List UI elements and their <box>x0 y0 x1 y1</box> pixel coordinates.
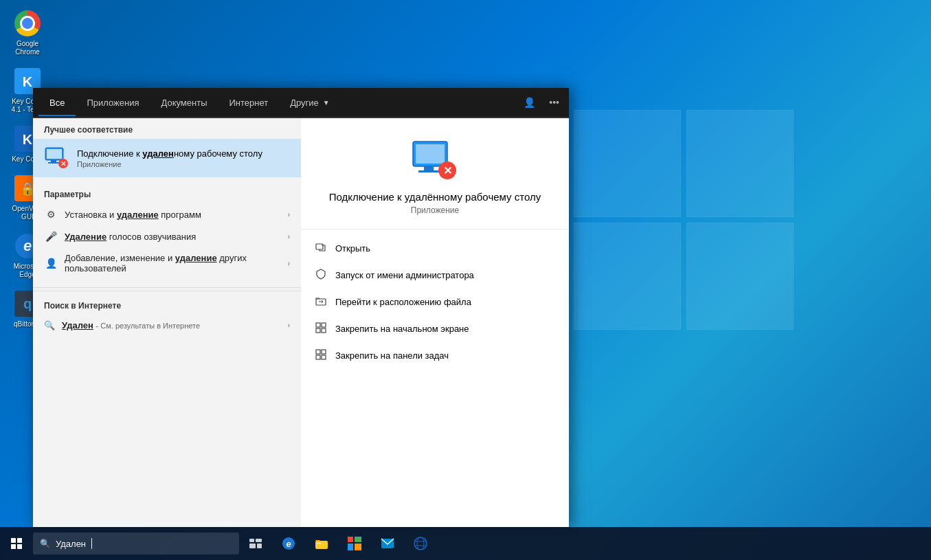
rdp-app-icon: ✕ <box>44 146 69 170</box>
app-preview-title: Подключение к удалённому рабочему столу <box>329 191 541 203</box>
svg-point-47 <box>417 537 424 550</box>
svg-rect-28 <box>322 328 326 333</box>
settings-item-voices[interactable]: 🎤 Удаление голосов озвучивания › <box>33 225 301 247</box>
settings-header: Параметры <box>33 183 301 203</box>
settings-item-users[interactable]: 👤 Добавление, изменение и удаление други… <box>33 247 301 279</box>
svg-rect-26 <box>322 323 326 327</box>
settings-users-text: Добавление, изменение и удаление других … <box>65 253 281 273</box>
taskbar-search-icon: 🔍 <box>40 539 50 548</box>
mic-icon: 🎤 <box>44 231 58 242</box>
taskbar-task-view[interactable] <box>239 527 272 560</box>
pin-taskbar-icon <box>315 349 327 362</box>
svg-rect-13 <box>48 162 59 164</box>
svg-rect-12 <box>51 160 56 162</box>
person-icon[interactable]: 👤 <box>519 94 539 111</box>
svg-rect-41 <box>348 537 353 542</box>
windows-logo-watermark <box>574 110 794 330</box>
arrow-right-icon: › <box>288 211 290 219</box>
taskbar-explorer[interactable] <box>305 527 338 560</box>
action-pin-taskbar[interactable]: Закрепить на панели задач <box>301 342 569 369</box>
svg-text:e: e <box>286 539 291 549</box>
settings-voices-text: Удаление голосов озвучивания <box>65 232 281 242</box>
svg-rect-36 <box>257 544 262 548</box>
taskbar-mail[interactable] <box>371 527 404 560</box>
app-preview-type: Приложение <box>411 205 459 215</box>
user-icon: 👤 <box>44 258 58 269</box>
tab-all[interactable]: Все <box>38 91 76 116</box>
shield-icon <box>315 269 327 282</box>
best-match-subtitle: Приложение <box>77 160 290 168</box>
search-tabs-right: 👤 ••• <box>519 94 563 111</box>
task-view-icon <box>249 539 262 548</box>
tab-apps[interactable]: Приложения <box>76 91 150 116</box>
svg-rect-27 <box>316 328 320 333</box>
more-options-icon[interactable]: ••• <box>545 94 563 111</box>
taskbar-ie-icon <box>414 537 427 550</box>
taskbar-ie[interactable] <box>404 527 437 560</box>
app-preview: ✕ Подключение к удалённому рабочему стол… <box>301 118 569 229</box>
svg-rect-40 <box>317 543 321 544</box>
taskbar: 🔍 Удален e <box>0 527 931 560</box>
svg-rect-33 <box>249 539 254 542</box>
search-tabs: Все Приложения Документы Интернет Другие… <box>33 88 569 118</box>
taskbar-edge[interactable]: e <box>272 527 305 560</box>
settings-section: Параметры ⚙ Установка и удаление програм… <box>33 177 301 284</box>
arrow-right-icon3: › <box>288 260 290 267</box>
tab-other[interactable]: Другие ▼ <box>279 91 341 116</box>
taskbar-mail-icon <box>381 538 394 549</box>
svg-text:e: e <box>23 237 32 254</box>
settings-item-install[interactable]: ⚙ Установка и удаление программ › <box>33 203 301 225</box>
svg-rect-22 <box>316 244 323 249</box>
search-icon: 🔍 <box>44 320 55 331</box>
taskbar-search-box[interactable]: 🔍 Удален <box>33 533 239 555</box>
svg-rect-11 <box>47 149 62 159</box>
pin-start-icon <box>315 322 327 335</box>
svg-rect-31 <box>316 355 320 359</box>
tab-internet[interactable]: Интернет <box>218 91 279 116</box>
search-left-panel: Лучшее соответствие ✕ <box>33 118 301 527</box>
best-match-text: Подключение к удаленному рабочему столу … <box>77 148 290 168</box>
gear-icon: ⚙ <box>44 209 58 220</box>
desktop-icon-chrome[interactable]: Google Chrome <box>3 7 52 59</box>
taskbar-store[interactable] <box>338 527 371 560</box>
chrome-icon <box>14 10 41 37</box>
windows-icon <box>11 538 22 549</box>
internet-arrow-icon: › <box>288 322 290 329</box>
action-pin-start[interactable]: Закрепить на начальном экране <box>301 315 569 342</box>
taskbar-edge-icon: e <box>282 537 295 550</box>
svg-rect-17 <box>416 144 445 164</box>
action-pin-start-text: Закрепить на начальном экране <box>335 324 469 334</box>
app-preview-icon: ✕ <box>410 139 460 183</box>
desktop: Google Chrome K Key Coll... 4.1 - Tes...… <box>0 0 931 560</box>
best-match-header: Лучшее соответствие <box>33 118 301 139</box>
action-run-as-admin[interactable]: Запуск от имени администратора <box>301 262 569 289</box>
text-cursor <box>91 538 92 549</box>
chrome-label: Google Chrome <box>6 40 49 56</box>
taskbar-search-text: Удален <box>56 539 86 549</box>
svg-rect-32 <box>322 355 326 359</box>
start-button[interactable] <box>0 527 33 560</box>
internet-search-item[interactable]: 🔍 Удален - См. результаты в Интернете › <box>33 315 301 336</box>
svg-rect-19 <box>418 170 439 172</box>
action-file-location[interactable]: Перейти к расположению файла <box>301 289 569 315</box>
tab-docs[interactable]: Документы <box>150 91 218 116</box>
open-icon <box>315 242 327 255</box>
app-actions: Открыть Запуск от имени администратора <box>301 229 569 527</box>
action-pin-taskbar-text: Закрепить на панели задач <box>335 350 449 361</box>
folder-icon <box>315 295 327 309</box>
taskbar-explorer-icon <box>315 537 328 550</box>
svg-rect-42 <box>355 537 361 542</box>
action-admin-text: Запуск от имени администратора <box>335 270 474 280</box>
best-match-title: Подключение к удаленному рабочему столу <box>77 148 290 159</box>
arrow-right-icon2: › <box>288 233 290 240</box>
action-open[interactable]: Открыть <box>301 235 569 262</box>
internet-section: Поиск в Интернете 🔍 Удален - См. результ… <box>33 291 301 341</box>
svg-text:✕: ✕ <box>443 165 452 177</box>
svg-rect-25 <box>316 323 320 327</box>
svg-text:K: K <box>23 132 33 147</box>
internet-item-text: Удален - См. результаты в Интернете <box>62 320 281 331</box>
best-match-item[interactable]: ✕ Подключение к удаленному рабочему стол… <box>33 139 301 177</box>
svg-rect-29 <box>316 350 320 354</box>
action-open-text: Открыть <box>335 243 370 254</box>
start-menu: Все Приложения Документы Интернет Другие… <box>33 88 569 527</box>
